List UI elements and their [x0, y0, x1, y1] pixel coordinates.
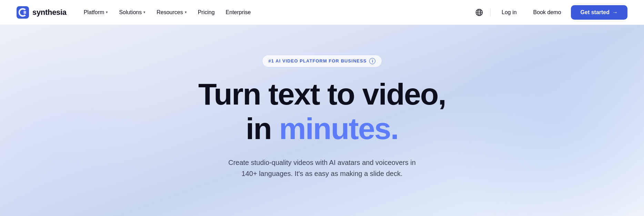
hero-headline-line2-plain: in [246, 111, 279, 146]
get-started-arrow-icon: → [612, 9, 618, 16]
hero-badge: #1 AI VIDEO PLATFORM FOR BUSINESS i [262, 55, 382, 67]
hero-headline-line1: Turn text to video, [198, 78, 446, 110]
navbar-left: synthesia Platform ▾ Solutions ▾ Resourc… [17, 6, 256, 19]
get-started-label: Get started [581, 9, 610, 16]
nav-item-enterprise[interactable]: Enterprise [221, 7, 256, 18]
hero-headline-line2-accent: minutes. [279, 111, 398, 146]
book-demo-button[interactable]: Book demo [526, 6, 568, 19]
solutions-chevron-icon: ▾ [143, 10, 145, 14]
hero-badge-info-icon[interactable]: i [369, 58, 375, 64]
nav-item-enterprise-label: Enterprise [226, 9, 251, 16]
nav-item-platform[interactable]: Platform ▾ [79, 7, 113, 18]
navbar-right: Log in Book demo Get started → [472, 5, 627, 20]
nav-item-solutions[interactable]: Solutions ▾ [114, 7, 150, 18]
login-button[interactable]: Log in [495, 6, 524, 19]
nav-item-pricing-label: Pricing [198, 9, 215, 16]
svg-rect-0 [17, 6, 29, 19]
hero-subtext: Create studio-quality videos with AI ava… [225, 157, 419, 179]
nav-item-resources[interactable]: Resources ▾ [152, 7, 191, 18]
nav-divider [490, 8, 491, 17]
resources-chevron-icon: ▾ [185, 10, 187, 14]
nav-item-pricing[interactable]: Pricing [193, 7, 220, 18]
globe-icon [475, 9, 483, 16]
get-started-button[interactable]: Get started → [571, 5, 627, 20]
nav-item-resources-label: Resources [157, 9, 183, 16]
navbar: synthesia Platform ▾ Solutions ▾ Resourc… [0, 0, 644, 25]
hero-section: #1 AI VIDEO PLATFORM FOR BUSINESS i Turn… [0, 25, 644, 216]
platform-chevron-icon: ▾ [106, 10, 108, 14]
logo-link[interactable]: synthesia [17, 6, 67, 19]
synthesia-logo-icon [17, 6, 29, 19]
logo-text: synthesia [32, 8, 67, 17]
nav-item-solutions-label: Solutions [119, 9, 142, 16]
nav-item-platform-label: Platform [84, 9, 104, 16]
hero-badge-text: #1 AI VIDEO PLATFORM FOR BUSINESS [269, 58, 367, 63]
nav-items: Platform ▾ Solutions ▾ Resources ▾ Prici… [79, 7, 256, 18]
language-globe-button[interactable] [472, 6, 486, 19]
hero-headline-line2: in minutes. [246, 113, 399, 145]
